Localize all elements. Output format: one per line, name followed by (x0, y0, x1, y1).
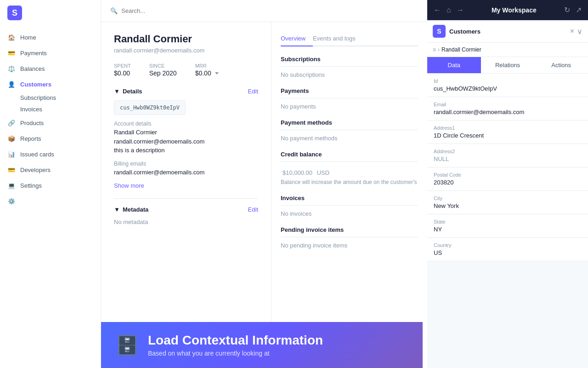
metadata-section-header: ▼ Metadata Edit (114, 206, 258, 213)
ws-customer-header: S Customers × ∨ (427, 20, 588, 43)
account-details-value: Randall Cormier randall.cormier@demoemai… (114, 128, 258, 155)
sidebar-item-issued-cards[interactable]: 💳 Developers (0, 162, 101, 178)
payment-methods-section: Payment methods No payment methods (281, 119, 418, 142)
sidebar-item-payments[interactable]: 💳 Payments (0, 45, 101, 61)
metadata-collapse-icon[interactable]: ▼ (114, 206, 120, 213)
sidebar-item-label: Products (20, 120, 44, 126)
sidebar-item-invoices[interactable]: Invoices (20, 104, 101, 115)
invoices-empty: No invoices (281, 210, 418, 217)
sidebar-logo: S (0, 0, 101, 26)
ws-field-address2-value: NULL (434, 155, 582, 162)
ws-module-name: Customers (449, 28, 481, 35)
ws-field-city-value: New York (434, 202, 582, 209)
search-input[interactable] (121, 7, 213, 14)
ws-tab-data[interactable]: Data (427, 57, 481, 73)
topbar: 🔍 (101, 0, 427, 22)
metadata-edit-button[interactable]: Edit (248, 206, 258, 213)
workspace-nav: ← ⌂ → (433, 5, 465, 15)
tab-overview[interactable]: Overview (281, 31, 313, 46)
sidebar-item-label: Home (20, 34, 36, 41)
main-content: 🔍 Randall Cormier randall.cormier@demoem… (101, 0, 427, 368)
ws-field-address2-label: Address2 (434, 149, 582, 154)
detail-panel: Randall Cormier randall.cormier@demoemai… (101, 22, 271, 368)
ws-field-state: State NY (427, 214, 588, 238)
subscriptions-title: Subscriptions (281, 56, 418, 67)
customer-email: randall.cormier@demoemails.com (114, 47, 258, 54)
subscriptions-empty: No subscriptions (281, 71, 418, 78)
ws-close-icon[interactable]: × (570, 27, 574, 35)
home-icon: 🏠 (7, 33, 16, 41)
breadcrumb-list-icon: ≡ (433, 46, 436, 53)
content-area: Randall Cormier randall.cormier@demoemai… (101, 22, 427, 368)
mrr-label: MRR (195, 63, 219, 69)
refresh-icon[interactable]: ↻ (563, 5, 571, 15)
breadcrumb-arrow: › (438, 46, 440, 53)
since-label: Since (149, 63, 177, 69)
breadcrumb-customer-name: Randall Cormier (441, 46, 481, 53)
spent-label: Spent (114, 63, 131, 69)
sidebar-item-products[interactable]: 📦 Reports (0, 131, 101, 146)
sidebar-item-home[interactable]: 🏠 Home (0, 29, 101, 45)
back-icon[interactable]: ← (433, 5, 442, 15)
customers-icon: 👤 (7, 80, 16, 88)
pending-empty: No pending invoice items (281, 242, 418, 249)
details-section: ▼ Details Edit cus_Hwb0WZ9kt0eIpV Accoun… (114, 88, 258, 189)
reports-icon: 📊 (7, 150, 16, 158)
logo-icon: S (7, 6, 22, 20)
sidebar-item-subscriptions[interactable]: Subscriptions (20, 92, 101, 104)
sidebar: S 🏠 Home 💳 Payments ⚖️ Balances 👤 Custom… (0, 0, 101, 368)
ws-field-postal: Postal Code 203820 (427, 167, 588, 191)
ws-chevron-icon[interactable]: ∨ (577, 27, 582, 36)
sidebar-nav: 🏠 Home 💳 Payments ⚖️ Balances 👤 Customer… (0, 26, 101, 368)
contextual-banner: 🗄️ Load Contextual Information Based on … (101, 322, 423, 368)
payment-methods-title: Payment methods (281, 119, 418, 130)
payments-icon: 💳 (7, 49, 16, 57)
ws-header-actions: × ∨ (570, 27, 582, 36)
details-section-header: ▼ Details Edit (114, 88, 258, 95)
payment-methods-empty: No payment methods (281, 135, 418, 142)
banner-title: Load Contextual Information (148, 333, 323, 348)
sidebar-item-reports[interactable]: 📊 Issued cards (0, 146, 101, 162)
payments-title: Payments (281, 87, 418, 98)
sidebar-item-balances[interactable]: ⚖️ Balances (0, 61, 101, 76)
subscriptions-section: Subscriptions No subscriptions (281, 56, 418, 78)
sidebar-item-customers[interactable]: 👤 Customers (0, 76, 101, 92)
details-edit-button[interactable]: Edit (248, 88, 258, 95)
ws-field-address2: Address2 NULL (427, 144, 588, 167)
payments-empty: No payments (281, 103, 418, 110)
tab-events-logs[interactable]: Events and logs (313, 31, 363, 46)
ws-field-email-label: Email (434, 102, 582, 107)
billing-email-value: randall.cormier@demoemails.com (114, 168, 258, 177)
ws-field-city-label: City (434, 196, 582, 201)
ws-tab-relations[interactable]: Relations (481, 57, 535, 73)
credit-balance-title: Credit balance (281, 151, 418, 162)
since-value: Sep 2020 (149, 69, 177, 77)
ws-data-fields: Id cus_HwbOWZ9ktOeIpV Email randall.corm… (427, 74, 588, 368)
sidebar-item-label: Customers (20, 81, 51, 88)
sidebar-item-label: Developers (20, 167, 51, 173)
home-ws-icon[interactable]: ⌂ (446, 5, 452, 15)
products-icon: 📦 (7, 134, 16, 143)
metadata-section: ▼ Metadata Edit No metadata (114, 206, 258, 225)
ws-field-state-value: NY (434, 226, 582, 233)
ws-badge-logo: S (433, 25, 446, 38)
external-link-icon[interactable]: ↗ (575, 5, 582, 15)
banner-icon: 🗄️ (116, 334, 139, 356)
sidebar-item-developers[interactable]: 💻 Settings (0, 178, 101, 193)
show-more-button[interactable]: Show more (114, 182, 144, 189)
forward-icon[interactable]: → (456, 5, 465, 15)
ws-field-address1-label: Address1 (434, 125, 582, 131)
details-collapse-icon[interactable]: ▼ (114, 88, 120, 95)
issued-cards-icon: 💳 (7, 166, 16, 174)
ws-field-city: City New York (427, 191, 588, 214)
sidebar-item-settings[interactable]: ⚙️ (0, 193, 101, 209)
customer-stats: Spent $0.00 Since Sep 2020 MRR $0.00 (114, 63, 258, 77)
credit-balance-section: Credit balance $10,000.00 USD Balance wi… (281, 151, 418, 185)
sidebar-item-connected-accounts[interactable]: 🔗 Products (0, 115, 101, 131)
workspace-right-icons: ↻ ↗ (563, 5, 582, 15)
banner-text: Load Contextual Information Based on wha… (148, 333, 323, 357)
banner-subtitle: Based on what you are currently looking … (148, 350, 323, 357)
ws-tab-actions[interactable]: Actions (534, 57, 588, 73)
invoices-section: Invoices No invoices (281, 195, 418, 217)
ws-field-country-label: Country (434, 242, 582, 248)
